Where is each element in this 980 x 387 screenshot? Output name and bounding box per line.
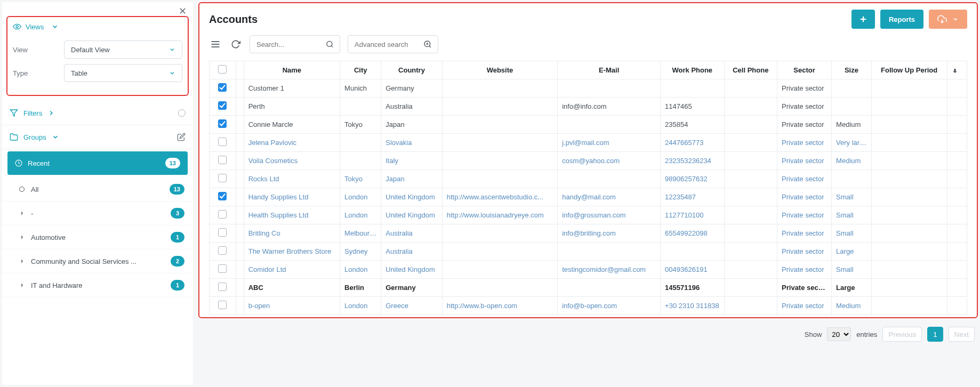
table-row[interactable]: Comidor LtdLondonUnited Kingdomtestingco… xyxy=(210,261,967,279)
column-header[interactable]: City xyxy=(340,61,381,79)
row-checkbox[interactable] xyxy=(218,138,227,146)
table-row[interactable]: Health Supplies LtdLondonUnited Kingdomh… xyxy=(210,206,967,224)
row-expander[interactable] xyxy=(236,170,244,188)
row-expander[interactable] xyxy=(236,224,244,243)
column-header[interactable]: Size xyxy=(832,61,872,79)
row-expander[interactable] xyxy=(236,206,244,224)
row-pin[interactable] xyxy=(947,188,967,206)
filter-indicator-icon xyxy=(178,109,186,117)
row-expander[interactable] xyxy=(236,297,244,315)
row-checkbox[interactable] xyxy=(218,228,227,237)
refresh-icon[interactable] xyxy=(229,38,242,51)
filters-title: Filters xyxy=(23,109,42,117)
export-button[interactable] xyxy=(929,10,967,29)
row-checkbox[interactable] xyxy=(218,119,227,128)
row-expander[interactable] xyxy=(236,134,244,152)
sidebar-group-item[interactable]: All13 xyxy=(2,178,193,201)
table-row[interactable]: Rocks LtdTokyoJapan98906257632Private se… xyxy=(210,170,967,188)
row-pin[interactable] xyxy=(947,170,967,188)
add-button[interactable] xyxy=(852,10,875,29)
row-pin[interactable] xyxy=(947,152,967,170)
column-header[interactable] xyxy=(210,61,236,79)
row-checkbox[interactable] xyxy=(218,156,227,164)
sidebar-group-item[interactable]: -3 xyxy=(2,201,193,225)
row-expander[interactable] xyxy=(236,188,244,206)
reports-button[interactable]: Reports xyxy=(880,10,923,29)
row-checkbox[interactable] xyxy=(218,246,227,255)
row-expander[interactable] xyxy=(236,116,244,134)
cell-cphone xyxy=(724,243,777,261)
row-checkbox[interactable] xyxy=(218,192,227,200)
column-header[interactable]: Website xyxy=(442,61,558,79)
page-1-button[interactable]: 1 xyxy=(927,327,943,342)
table-row[interactable]: Jelena PavlovicSlovakiaj.pvl@mail.com244… xyxy=(210,134,967,152)
menu-icon[interactable] xyxy=(209,38,222,51)
row-checkbox[interactable] xyxy=(218,264,227,273)
pin-icon[interactable] xyxy=(947,61,967,79)
row-pin[interactable] xyxy=(947,279,967,297)
row-pin[interactable] xyxy=(947,116,967,134)
views-header[interactable]: Views xyxy=(13,19,182,34)
column-header[interactable]: Sector xyxy=(777,61,832,79)
row-checkbox[interactable] xyxy=(218,210,227,219)
row-pin[interactable] xyxy=(947,206,967,224)
sidebar-group-item[interactable]: Community and Social Services ...2 xyxy=(2,249,193,273)
column-header[interactable]: Cell Phone xyxy=(724,61,777,79)
row-expander[interactable] xyxy=(236,98,244,116)
sidebar-group-item[interactable]: IT and Hardware1 xyxy=(2,273,193,297)
row-pin[interactable] xyxy=(947,261,967,279)
column-header[interactable] xyxy=(236,61,244,79)
table-row[interactable]: Britling CoMelbourneAustraliainfo@britli… xyxy=(210,224,967,243)
row-pin[interactable] xyxy=(947,79,967,98)
table-row[interactable]: PerthAustraliainfo@info.com1147465Privat… xyxy=(210,98,967,116)
next-page-button[interactable]: Next xyxy=(949,327,975,342)
table-row[interactable]: Customer 1MunichGermanyPrivate sector xyxy=(210,79,967,98)
close-icon[interactable]: ✕ xyxy=(179,5,187,17)
cell-sector: Private sector xyxy=(777,170,832,188)
column-header[interactable]: E-Mail xyxy=(558,61,661,79)
row-expander[interactable] xyxy=(236,261,244,279)
column-header[interactable]: Work Phone xyxy=(661,61,724,79)
table-row[interactable]: Connie MarcleTokyoJapan235854Private sec… xyxy=(210,116,967,134)
cell-website xyxy=(442,170,558,188)
type-select[interactable]: Table xyxy=(64,64,182,82)
row-checkbox[interactable] xyxy=(218,174,227,182)
table-row[interactable]: Handy Supplies LtdLondonUnited Kingdomht… xyxy=(210,188,967,206)
prev-page-button[interactable]: Previous xyxy=(882,327,922,342)
row-checkbox[interactable] xyxy=(218,83,227,92)
row-checkbox[interactable] xyxy=(218,301,227,309)
table-row[interactable]: b-openLondonGreecehttp://www.b-open.comi… xyxy=(210,297,967,315)
sidebar-group-item[interactable]: Automotive1 xyxy=(2,225,193,249)
row-checkbox[interactable] xyxy=(218,283,227,291)
table-row[interactable]: Voila CosmeticsItalycosm@yahoo.com232353… xyxy=(210,152,967,170)
row-expander[interactable] xyxy=(236,79,244,98)
chevron-down-icon xyxy=(52,133,59,141)
view-select[interactable]: Default View xyxy=(64,41,182,59)
table-row[interactable]: The Warner Brothers StoreSydneyAustralia… xyxy=(210,243,967,261)
page-size-select[interactable]: 20 xyxy=(827,327,851,341)
row-expander[interactable] xyxy=(236,152,244,170)
table-row[interactable]: ABCBerlinGermany145571196Private sectorL… xyxy=(210,279,967,297)
cell-country: Slovakia xyxy=(381,134,442,152)
column-header[interactable]: Follow Up Period xyxy=(871,61,947,79)
groups-header[interactable]: Groups xyxy=(2,125,193,149)
column-header[interactable]: Country xyxy=(381,61,442,79)
filters-header[interactable]: Filters xyxy=(2,101,193,125)
row-pin[interactable] xyxy=(947,224,967,243)
row-checkbox[interactable] xyxy=(218,101,227,110)
select-all-checkbox[interactable] xyxy=(218,65,227,74)
cell-city xyxy=(340,98,381,116)
row-pin[interactable] xyxy=(947,98,967,116)
cell-size: Small xyxy=(832,224,872,243)
column-header[interactable]: Name xyxy=(244,61,340,79)
row-pin[interactable] xyxy=(947,243,967,261)
cell-name: Britling Co xyxy=(244,224,340,243)
adv-search-input[interactable] xyxy=(348,35,438,53)
edit-icon[interactable] xyxy=(177,133,186,141)
row-pin[interactable] xyxy=(947,134,967,152)
row-pin[interactable] xyxy=(947,297,967,315)
sidebar-group-item[interactable]: Recent13 xyxy=(7,151,188,175)
row-expander[interactable] xyxy=(236,243,244,261)
row-expander[interactable] xyxy=(236,279,244,297)
search-input[interactable] xyxy=(250,35,340,53)
